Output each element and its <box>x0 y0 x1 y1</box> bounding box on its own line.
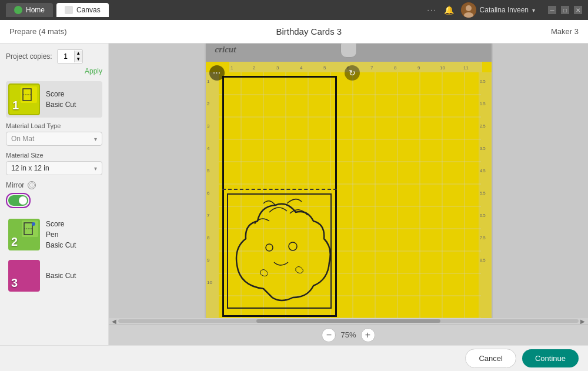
minimize-button[interactable]: ─ <box>548 6 556 14</box>
mat-op-2c: Basic Cut <box>46 240 76 250</box>
copies-input[interactable] <box>58 50 74 63</box>
mat-op-1a: Score <box>46 89 76 99</box>
apply-button[interactable]: Apply <box>6 67 102 75</box>
mat-hook <box>340 44 357 58</box>
svg-text:7: 7 <box>207 213 210 218</box>
refresh-icon: ↻ <box>349 68 356 78</box>
svg-point-63 <box>266 244 273 251</box>
mat-item-2[interactable]: 2 Score Pen Basic Cut <box>6 216 102 253</box>
mat-number-3: 3 <box>11 276 18 290</box>
copies-down-button[interactable]: ▼ <box>74 56 82 62</box>
mat-item-3[interactable]: 3 Basic Cut <box>6 258 102 294</box>
svg-text:9: 9 <box>207 258 210 263</box>
mat-item-1[interactable]: 1 Score Basic Cut <box>6 81 102 118</box>
copies-up-button[interactable]: ▲ <box>74 51 82 56</box>
zoom-level: 75% <box>340 330 356 339</box>
mat-op-2b: Pen <box>46 229 76 240</box>
user-profile[interactable]: Catalina Inveen ▾ <box>461 2 535 18</box>
mat-number-1: 1 <box>12 99 19 112</box>
mirror-info-icon[interactable]: ⓘ <box>28 181 36 189</box>
material-size-value: 12 in x 12 in <box>11 164 92 172</box>
material-load-select[interactable]: On Mat ▾ <box>6 132 102 146</box>
svg-point-9 <box>32 222 35 226</box>
maximize-button[interactable]: □ <box>561 6 569 14</box>
toggle-knob <box>19 196 27 205</box>
svg-text:1: 1 <box>230 65 233 71</box>
continue-button[interactable]: Continue <box>522 349 579 367</box>
svg-text:9: 9 <box>417 65 420 71</box>
project-copies-row: Project copies: ▲ ▼ <box>6 49 102 63</box>
avatar <box>461 2 476 18</box>
mat-thumb-2: 2 <box>8 219 40 250</box>
svg-text:3: 3 <box>276 65 279 71</box>
project-copies-label: Project copies: <box>6 52 52 61</box>
mat-header: cricut <box>206 44 492 62</box>
more-dots-icon: ··· <box>213 68 220 78</box>
tab-canvas-label: Canvas <box>76 6 101 14</box>
mat-op-3a: Basic Cut <box>46 270 76 281</box>
material-size-label: Material Size <box>6 152 102 159</box>
mat-thumb-3: 3 <box>8 260 40 292</box>
zoom-out-button[interactable]: − <box>322 328 336 342</box>
canvas-content: cricut 1 2 3 4 5 6 7 <box>109 44 588 318</box>
material-size-select[interactable]: 12 in x 12 in ▾ <box>6 161 102 175</box>
scroll-track <box>118 319 579 323</box>
design-area <box>227 193 332 309</box>
tab-canvas[interactable]: Canvas <box>56 3 109 17</box>
home-tab-icon <box>14 6 22 14</box>
mirror-toggle[interactable] <box>8 195 28 206</box>
svg-text:5: 5 <box>323 65 326 71</box>
mat-op-2a: Score <box>46 219 76 229</box>
cutting-mat: cricut 1 2 3 4 5 6 7 <box>205 44 493 318</box>
chevron-down-icon: ▾ <box>532 7 535 14</box>
horizontal-scrollbar[interactable]: ◀ ▶ <box>109 318 588 324</box>
svg-point-64 <box>289 242 297 250</box>
score-line <box>222 189 337 190</box>
mat-op-1b: Basic Cut <box>46 99 76 110</box>
cancel-button[interactable]: Cancel <box>465 349 516 368</box>
svg-text:2: 2 <box>207 101 210 106</box>
mat-preview-1 <box>21 86 37 103</box>
svg-text:6: 6 <box>207 190 210 196</box>
notification-icon[interactable]: 🔔 <box>444 5 454 15</box>
mat-info-1: Score Basic Cut <box>46 89 76 110</box>
mat-number-2: 2 <box>11 235 18 249</box>
left-ruler: 1 2 3 4 5 6 7 8 9 10 <box>206 72 219 319</box>
mat-preview-2 <box>22 220 38 237</box>
material-load-section: Material Load Type On Mat ▾ <box>6 122 102 146</box>
tab-home-label: Home <box>26 6 45 14</box>
material-size-section: Material Size 12 in x 12 in ▾ <box>6 152 102 175</box>
mat-more-button[interactable]: ··· <box>209 65 225 81</box>
mat-refresh-button[interactable]: ↻ <box>345 65 360 81</box>
svg-text:5: 5 <box>207 168 210 173</box>
title-bar: Home Canvas ··· 🔔 Catalina Inveen ▾ ─ □ … <box>0 0 588 20</box>
canvas-tab-icon <box>65 6 73 14</box>
prepare-label: Prepare (4 mats) <box>9 27 67 36</box>
machine-label: Maker 3 <box>551 27 579 36</box>
svg-text:11: 11 <box>463 65 469 71</box>
project-title: Birthday Cards 3 <box>276 26 342 36</box>
menu-dots[interactable]: ··· <box>427 6 437 14</box>
zoom-in-button[interactable]: + <box>361 328 375 342</box>
canvas-area: cricut 1 2 3 4 5 6 7 <box>109 44 588 345</box>
svg-text:8: 8 <box>207 235 210 240</box>
svg-text:10: 10 <box>207 280 212 285</box>
svg-text:3: 3 <box>207 123 210 129</box>
window-controls: ─ □ ✕ <box>548 6 582 14</box>
scroll-thumb[interactable] <box>256 319 440 323</box>
mirror-toggle-wrapper <box>6 193 31 208</box>
material-load-value: On Mat <box>11 135 92 143</box>
animal-design-svg <box>228 195 333 310</box>
sidebar: Project copies: ▲ ▼ Apply 1 <box>0 44 109 345</box>
title-bar-right: ··· 🔔 Catalina Inveen ▾ ─ □ ✕ <box>427 2 582 18</box>
mirror-row: Mirror ⓘ <box>6 181 102 189</box>
copies-spinner: ▲ ▼ <box>74 51 82 62</box>
user-name: Catalina Inveen <box>480 6 529 14</box>
chevron-down-icon: ▾ <box>94 136 97 142</box>
tab-home[interactable]: Home <box>6 3 53 17</box>
svg-point-1 <box>466 5 472 11</box>
mirror-label: Mirror <box>6 181 24 189</box>
close-button[interactable]: ✕ <box>574 6 582 14</box>
mat-info-3: Basic Cut <box>46 270 76 281</box>
svg-text:2: 2 <box>253 65 256 71</box>
